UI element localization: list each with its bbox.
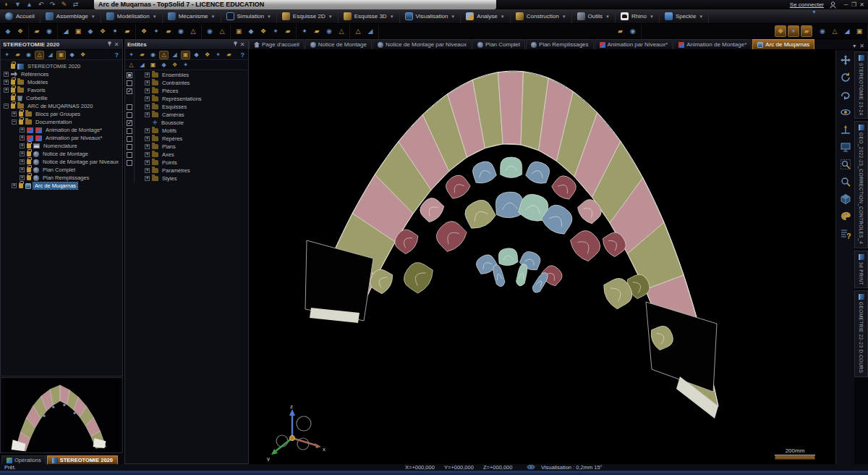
select-filter-icon[interactable]: ✦ [127,51,136,59]
tab-menu-icon[interactable]: ▾ [853,43,856,49]
chevron-down-icon[interactable]: ▼ [390,14,394,19]
tree-item-animation-par-niveaux[interactable]: +Animation par Niveaux* [1,134,122,142]
chevron-down-icon[interactable]: ▼ [650,14,654,19]
expand-icon[interactable]: + [145,72,150,77]
entity-item-styles[interactable]: +Styles [125,175,248,182]
pattern-linear-icon[interactable]: ◉ [323,25,335,37]
expand-icon[interactable]: + [4,80,9,85]
viewport-3d[interactable]: z x y 200mm [250,50,835,466]
entity-item-cam-ras[interactable]: +Caméras [125,111,248,119]
zoom-icon[interactable] [838,175,853,189]
measure-shape-icon[interactable]: △ [336,25,347,37]
constraint-point-icon[interactable]: △ [216,25,228,37]
collapse-icon[interactable]: − [4,104,9,109]
tree-item-blocs-par-groupes[interactable]: +Blocs par Groupes [1,110,122,118]
expand-icon[interactable]: + [145,96,150,101]
layout-panes-icon[interactable]: △ [829,25,841,37]
collapse-icon[interactable]: − [12,119,17,125]
walk-axis-icon[interactable] [838,122,853,137]
visibility-checkbox[interactable] [127,128,132,134]
chevron-down-icon[interactable]: ▼ [501,14,505,19]
close-button[interactable]: ✕ [858,1,866,8]
constraint-axis-icon[interactable]: ◆ [85,25,96,37]
entity-item-axes[interactable]: +Axes [125,151,248,159]
entity-item-param-tres[interactable]: +Paramètres [125,167,248,175]
angle-measure-icon[interactable]: △ [352,25,364,37]
vertical-tab-stereotomie-23-24[interactable]: STEREOTOMIE 23-24 [854,51,868,119]
link-nodes-icon[interactable]: ▰ [13,51,22,59]
render-palette-icon[interactable] [838,209,853,224]
tree-highlight-icon[interactable]: ❖ [203,51,212,59]
tree-link-icon[interactable]: ◢ [170,51,179,59]
hide-item-icon[interactable]: ◉ [24,51,33,59]
visibility-checkbox[interactable] [127,80,132,86]
new-document-icon[interactable]: ◆ [2,25,14,37]
tree-item-mod-les[interactable]: +Modèles [1,78,122,86]
filter-funnel-icon[interactable]: ▰ [615,25,626,37]
undo-icon[interactable]: ↶ [36,1,46,9]
expand-icon[interactable]: + [20,159,25,164]
chevron-down-icon[interactable]: ▼ [211,14,216,19]
curve-analysis-icon[interactable]: ◢ [365,25,376,37]
session-icon[interactable]: ▣ [854,25,865,37]
help-icon[interactable]: ? [241,51,247,59]
expand-icon[interactable]: + [145,104,150,109]
ribbon-overflow-indicator[interactable]: ▼ [812,9,817,14]
expand-icon[interactable]: + [145,176,150,181]
chevron-down-icon[interactable]: ▼ [91,14,95,19]
ribbon-tab-analyse[interactable]: Analyse▼ [461,9,510,23]
include-standard-icon[interactable]: ▣ [72,25,84,37]
ribbon-tab-visualisation[interactable]: Visualisation▼ [400,9,461,23]
layers-icon[interactable]: ◢ [46,51,55,59]
minimize-button[interactable]: ─ [842,1,850,8]
ribbon-tab-assemblage[interactable]: Assemblage▼ [41,9,101,23]
select-wand-icon[interactable]: ▰ [801,25,812,37]
expand-icon[interactable]: + [145,128,150,133]
visibility-checkbox[interactable] [127,160,132,166]
tree-branch-icon[interactable]: ▣ [181,51,190,59]
sort-az-icon[interactable]: ✦ [213,51,223,59]
tree-item-notice-de-montage-par-niveaux[interactable]: +Notice de Montage par Niveaux [1,158,122,166]
entity-item-repr-sentations[interactable]: +Représentations [125,95,248,103]
pattern-icon[interactable]: ✦ [109,25,121,37]
split-part-icon[interactable]: ▣ [233,25,244,37]
expand-icon[interactable]: + [145,136,150,141]
spin-view-icon[interactable] [838,105,853,119]
visibility-checkbox[interactable] [127,112,132,118]
modify-part-icon[interactable]: ◆ [245,25,257,37]
close-icon[interactable]: ✕ [239,41,246,48]
doc-tab-plan-complet[interactable]: Plan Complet [472,39,525,49]
expand-icon[interactable]: + [145,112,150,117]
ribbon-tab-accueil[interactable]: Accueil [0,9,41,23]
palette-small-icon[interactable]: ◢ [137,61,147,70]
visibility-checkbox[interactable] [127,152,132,158]
tree-item-nomenclature[interactable]: +Nomenclature [1,142,122,150]
ribbon-tab-esquisse-2d[interactable]: Esquisse 2D▼ [277,9,339,23]
expand-icon[interactable]: + [145,80,150,85]
ribbon-tab-esquisse-3d[interactable]: Esquisse 3D▼ [339,9,400,23]
ribbon-tab-construction[interactable]: Construction▼ [511,9,572,23]
pan-icon[interactable] [838,53,853,67]
chevron-down-icon[interactable]: ▼ [267,14,271,19]
ribbon-tab-rhino[interactable]: Rhino▼ [616,9,660,23]
model-preview-panel[interactable] [0,377,123,453]
style-pen-icon[interactable]: ✎ [59,1,69,9]
visibility-checkbox[interactable] [127,88,132,94]
numbering-icon[interactable]: △ [35,51,44,59]
include-part-icon[interactable]: ◢ [60,25,72,37]
tree-item-corbeille[interactable]: Corbeille [1,94,122,102]
doc-tab-animation-de-montage[interactable]: Animation de Montage* [673,39,752,49]
pin-list-icon[interactable]: ▰ [224,51,234,59]
entity-item-motifs[interactable]: +Motifs [125,127,248,135]
select-hand-icon[interactable]: ❖ [775,25,786,37]
shell-icon[interactable]: ▰ [311,25,323,37]
entity-item-plans[interactable]: +Plans [125,143,248,151]
group-drum-icon[interactable]: ❖ [170,61,179,70]
expand-icon[interactable]: + [20,143,25,148]
orbit-icon[interactable] [838,70,853,85]
rotate-view-icon[interactable] [838,88,853,102]
tab-close-icon[interactable]: ✕ [859,43,864,49]
expand-icon[interactable]: + [4,72,9,77]
expand-icon[interactable]: + [145,160,150,165]
marquee-icon[interactable]: ◉ [148,51,158,59]
